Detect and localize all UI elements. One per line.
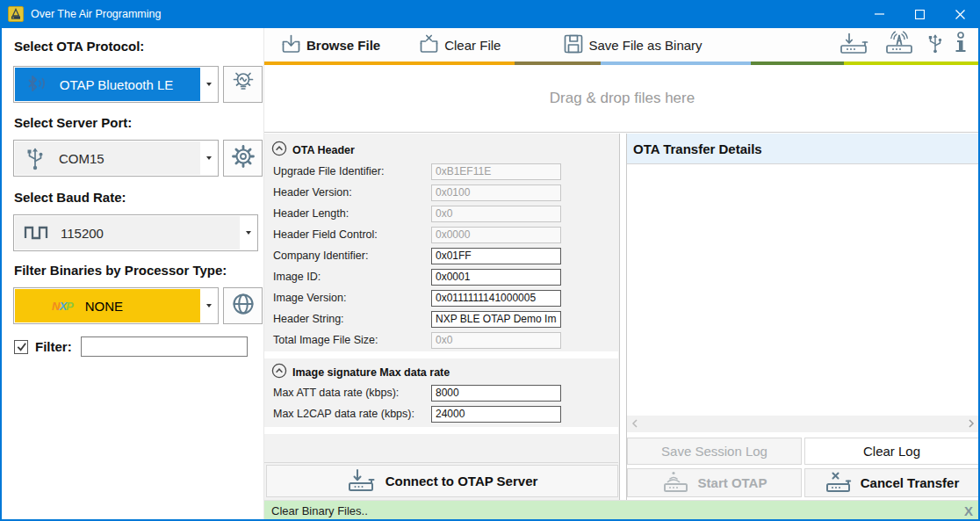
- clear-file-button[interactable]: Clear File: [414, 31, 504, 60]
- cancel-transfer-button[interactable]: Cancel Transfer: [804, 468, 979, 497]
- save-binary-label: Save File as Binary: [588, 38, 702, 53]
- header-length-input: [431, 206, 561, 222]
- hint-button[interactable]: [223, 66, 263, 103]
- filter-input[interactable]: [81, 336, 248, 357]
- baud-value: 115200: [61, 226, 104, 241]
- save-binary-button[interactable]: Save File as Binary: [558, 31, 705, 60]
- port-settings-button[interactable]: [223, 140, 263, 177]
- upgrade-file-identifier-input: [431, 163, 561, 180]
- save-session-log-button: Save Session Log: [627, 438, 802, 465]
- image-id-input[interactable]: [431, 269, 561, 286]
- transfer-details-title: OTA Transfer Details: [633, 141, 762, 156]
- field-row: Upgrade File Identifier:: [273, 163, 619, 180]
- scroll-left-icon[interactable]: [631, 416, 638, 432]
- browse-online-button[interactable]: [223, 287, 263, 324]
- field-row: Image ID:: [273, 268, 619, 286]
- field-label: Header String:: [273, 313, 344, 325]
- chevron-down-icon: [206, 83, 212, 86]
- collapse-icon[interactable]: [271, 141, 287, 159]
- header-field-control-input: [431, 227, 561, 243]
- field-label: Header Length:: [273, 207, 349, 220]
- field-row: Image Version:: [273, 289, 619, 307]
- clear-file-label: Clear File: [444, 38, 501, 53]
- port-label: Select Server Port:: [14, 115, 132, 130]
- image-version-input[interactable]: [431, 290, 561, 307]
- ota-header-title: OTA Header: [292, 144, 355, 156]
- file-dropzone[interactable]: Drag & drop files here: [264, 65, 980, 133]
- field-label: Header Version:: [273, 186, 352, 199]
- cancel-transfer-icon: [825, 470, 854, 496]
- field-row: Header Length:: [273, 205, 619, 222]
- scroll-right-icon[interactable]: [968, 416, 975, 432]
- processor-value: NONE: [85, 299, 123, 314]
- info-icon[interactable]: [954, 31, 968, 59]
- header-version-input: [431, 185, 561, 201]
- status-message: Clear Binary Files..: [271, 504, 368, 517]
- browse-file-icon: [279, 33, 303, 58]
- clear-log-label: Clear Log: [863, 444, 920, 459]
- transfer-details-header: OTA Transfer Details: [627, 134, 980, 164]
- title-bar: Over The Air Programming: [0, 0, 980, 28]
- content-area: OTA Header Upgrade File Identifier: Head…: [264, 134, 980, 500]
- app-window: Over The Air Programming Select OTA Prot…: [0, 0, 980, 521]
- collapse-icon[interactable]: [271, 363, 287, 381]
- browse-file-button[interactable]: Browse File: [276, 31, 384, 60]
- download-device-icon[interactable]: [838, 31, 873, 59]
- field-label: Max ATT data rate (kbps):: [273, 387, 399, 399]
- usb-toolbar-icon[interactable]: [926, 31, 945, 59]
- status-bar: Clear Binary Files.. X: [264, 500, 980, 521]
- port-dropdown[interactable]: COM15: [13, 140, 219, 177]
- window-controls: [859, 0, 980, 28]
- usb-icon: [24, 145, 47, 171]
- bluetooth-icon: [24, 74, 48, 95]
- start-otap-button: Start OTAP: [627, 468, 802, 497]
- header-string-input[interactable]: [431, 311, 561, 328]
- cancel-transfer-label: Cancel Transfer: [861, 475, 960, 490]
- wireless-server-icon[interactable]: [882, 31, 917, 59]
- clear-log-button[interactable]: Clear Log: [804, 438, 979, 465]
- baud-dropdown[interactable]: 115200: [13, 214, 258, 251]
- field-label: Upgrade File Identifier:: [273, 165, 384, 177]
- save-session-log-label: Save Session Log: [661, 444, 767, 459]
- max-att-rate-input[interactable]: [431, 385, 561, 402]
- start-otap-icon: [662, 470, 692, 496]
- signature-section-header[interactable]: Image signature Max data rate: [271, 363, 450, 381]
- field-label: Total Image File Size:: [273, 334, 378, 346]
- status-close-button[interactable]: X: [964, 503, 973, 518]
- processor-dropdown[interactable]: NXP NONE: [13, 287, 219, 324]
- settings-sidebar: Select OTA Protocol: OTAP Bluetooth LE: [2, 28, 264, 519]
- horizontal-scrollbar[interactable]: [627, 416, 979, 432]
- max-l2cap-rate-input[interactable]: [431, 406, 561, 423]
- section-separator: [264, 351, 618, 358]
- field-label: Image ID:: [273, 271, 321, 283]
- protocol-label: Select OTA Protocol:: [14, 39, 144, 54]
- processor-filter-label: Filter Binaries by Processor Type:: [14, 263, 227, 278]
- clear-file-icon: [417, 33, 441, 58]
- field-label: Company Identifier:: [273, 250, 368, 262]
- total-image-file-size-input: [431, 332, 561, 349]
- field-row: Max L2CAP data rate (kbps):: [273, 405, 619, 423]
- company-identifier-input[interactable]: [431, 248, 561, 264]
- globe-icon: [230, 291, 256, 321]
- close-button[interactable]: [940, 0, 980, 28]
- filter-checkbox[interactable]: [14, 340, 28, 354]
- connect-label: Connect to OTAP Server: [386, 474, 538, 488]
- field-label: Image Version:: [273, 292, 346, 304]
- square-wave-icon: [23, 221, 49, 245]
- field-row: Total Image File Size:: [273, 331, 619, 349]
- field-row: Company Identifier:: [273, 247, 619, 264]
- transfer-panel: OTA Transfer Details Save Session Log Cl…: [626, 134, 980, 500]
- maximize-button[interactable]: [899, 0, 940, 28]
- field-row: Max ATT data rate (kbps):: [273, 384, 619, 402]
- connect-otap-server-button[interactable]: Connect to OTAP Server: [266, 465, 618, 497]
- baud-label: Select Baud Rate:: [14, 190, 126, 205]
- nxp-logo-icon: NXP: [52, 300, 73, 313]
- transfer-log-list[interactable]: [627, 165, 980, 416]
- connect-icon: [347, 467, 380, 496]
- field-label: Header Field Control:: [273, 228, 378, 241]
- minimize-button[interactable]: [859, 0, 899, 28]
- browse-file-label: Browse File: [306, 38, 380, 53]
- protocol-dropdown[interactable]: OTAP Bluetooth LE: [13, 66, 219, 103]
- ota-header-section-header[interactable]: OTA Header: [271, 141, 355, 159]
- chevron-down-icon: [246, 231, 251, 235]
